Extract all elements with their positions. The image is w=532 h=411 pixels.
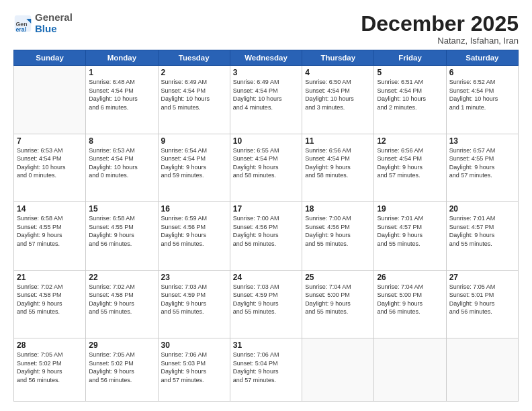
weekday-wednesday: Wednesday bbox=[230, 50, 302, 66]
day-info: Sunrise: 6:56 AM Sunset: 4:54 PM Dayligh… bbox=[305, 146, 371, 180]
day-number: 5 bbox=[377, 68, 443, 77]
day-cell: 2Sunrise: 6:49 AM Sunset: 4:54 PM Daylig… bbox=[158, 66, 230, 134]
day-number: 18 bbox=[305, 204, 371, 214]
day-info: Sunrise: 7:02 AM Sunset: 4:58 PM Dayligh… bbox=[89, 283, 154, 316]
day-info: Sunrise: 7:06 AM Sunset: 5:03 PM Dayligh… bbox=[161, 351, 227, 384]
day-number: 10 bbox=[233, 136, 299, 146]
day-number: 6 bbox=[449, 68, 515, 77]
day-cell: 23Sunrise: 7:03 AM Sunset: 4:59 PM Dayli… bbox=[158, 270, 230, 338]
weekday-header-row: SundayMondayTuesdayWednesdayThursdayFrid… bbox=[14, 50, 519, 66]
day-number: 20 bbox=[449, 204, 515, 214]
day-info: Sunrise: 6:50 AM Sunset: 4:54 PM Dayligh… bbox=[305, 78, 371, 111]
day-cell: 28Sunrise: 7:05 AM Sunset: 5:02 PM Dayli… bbox=[14, 338, 86, 402]
day-cell: 31Sunrise: 7:06 AM Sunset: 5:04 PM Dayli… bbox=[230, 338, 302, 402]
weekday-saturday: Saturday bbox=[446, 50, 518, 66]
day-number: 3 bbox=[233, 68, 299, 77]
week-row-3: 14Sunrise: 6:58 AM Sunset: 4:55 PM Dayli… bbox=[14, 202, 519, 270]
day-cell: 16Sunrise: 6:59 AM Sunset: 4:56 PM Dayli… bbox=[158, 202, 230, 270]
logo-general: General bbox=[35, 11, 73, 23]
day-cell: 10Sunrise: 6:55 AM Sunset: 4:54 PM Dayli… bbox=[230, 134, 302, 201]
day-cell: 1Sunrise: 6:48 AM Sunset: 4:54 PM Daylig… bbox=[86, 66, 158, 134]
week-row-2: 7Sunrise: 6:53 AM Sunset: 4:54 PM Daylig… bbox=[14, 134, 519, 201]
weekday-sunday: Sunday bbox=[14, 50, 86, 66]
day-info: Sunrise: 6:55 AM Sunset: 4:54 PM Dayligh… bbox=[233, 146, 299, 180]
day-info: Sunrise: 7:03 AM Sunset: 4:59 PM Dayligh… bbox=[233, 283, 299, 316]
logo: Gen eral General Blue bbox=[13, 12, 73, 34]
logo-blue: Blue bbox=[35, 23, 57, 34]
day-number: 31 bbox=[233, 340, 299, 350]
day-number: 14 bbox=[17, 204, 83, 214]
day-info: Sunrise: 6:58 AM Sunset: 4:55 PM Dayligh… bbox=[89, 214, 154, 248]
calendar-page: Gen eral General Blue December 2025 Nata… bbox=[0, 0, 532, 411]
day-info: Sunrise: 6:49 AM Sunset: 4:54 PM Dayligh… bbox=[161, 78, 227, 111]
day-info: Sunrise: 6:53 AM Sunset: 4:54 PM Dayligh… bbox=[89, 146, 154, 180]
day-cell: 24Sunrise: 7:03 AM Sunset: 4:59 PM Dayli… bbox=[230, 270, 302, 338]
day-info: Sunrise: 6:58 AM Sunset: 4:55 PM Dayligh… bbox=[17, 214, 83, 248]
day-info: Sunrise: 6:57 AM Sunset: 4:55 PM Dayligh… bbox=[449, 146, 515, 180]
day-info: Sunrise: 7:04 AM Sunset: 5:00 PM Dayligh… bbox=[305, 283, 371, 316]
day-number: 19 bbox=[377, 204, 443, 214]
day-info: Sunrise: 6:53 AM Sunset: 4:54 PM Dayligh… bbox=[17, 146, 83, 180]
day-number: 17 bbox=[233, 204, 299, 214]
day-info: Sunrise: 6:51 AM Sunset: 4:54 PM Dayligh… bbox=[377, 78, 443, 111]
day-cell: 4Sunrise: 6:50 AM Sunset: 4:54 PM Daylig… bbox=[302, 66, 374, 134]
day-info: Sunrise: 7:05 AM Sunset: 5:01 PM Dayligh… bbox=[449, 283, 515, 316]
calendar-table: SundayMondayTuesdayWednesdayThursdayFrid… bbox=[13, 50, 519, 402]
day-number: 8 bbox=[89, 136, 154, 146]
weekday-thursday: Thursday bbox=[302, 50, 374, 66]
day-number: 30 bbox=[161, 340, 227, 350]
day-cell: 25Sunrise: 7:04 AM Sunset: 5:00 PM Dayli… bbox=[302, 270, 374, 338]
logo-icon: Gen eral bbox=[13, 14, 32, 33]
day-info: Sunrise: 6:56 AM Sunset: 4:54 PM Dayligh… bbox=[377, 146, 443, 180]
day-number: 22 bbox=[89, 273, 154, 282]
day-number: 21 bbox=[17, 273, 83, 282]
day-info: Sunrise: 7:00 AM Sunset: 4:56 PM Dayligh… bbox=[305, 214, 371, 248]
day-cell: 12Sunrise: 6:56 AM Sunset: 4:54 PM Dayli… bbox=[374, 134, 446, 201]
day-info: Sunrise: 7:03 AM Sunset: 4:59 PM Dayligh… bbox=[161, 283, 227, 316]
day-info: Sunrise: 6:49 AM Sunset: 4:54 PM Dayligh… bbox=[233, 78, 299, 111]
header: Gen eral General Blue December 2025 Nata… bbox=[13, 12, 519, 46]
location-subtitle: Natanz, Isfahan, Iran bbox=[361, 36, 519, 46]
day-cell bbox=[374, 338, 446, 402]
weekday-friday: Friday bbox=[374, 50, 446, 66]
day-number: 25 bbox=[305, 273, 371, 282]
day-cell: 29Sunrise: 7:05 AM Sunset: 5:02 PM Dayli… bbox=[86, 338, 158, 402]
weekday-monday: Monday bbox=[86, 50, 158, 66]
day-cell: 11Sunrise: 6:56 AM Sunset: 4:54 PM Dayli… bbox=[302, 134, 374, 201]
day-info: Sunrise: 7:04 AM Sunset: 5:00 PM Dayligh… bbox=[377, 283, 443, 316]
day-cell: 27Sunrise: 7:05 AM Sunset: 5:01 PM Dayli… bbox=[446, 270, 518, 338]
day-cell: 8Sunrise: 6:53 AM Sunset: 4:54 PM Daylig… bbox=[86, 134, 158, 201]
day-cell: 14Sunrise: 6:58 AM Sunset: 4:55 PM Dayli… bbox=[14, 202, 86, 270]
day-cell: 22Sunrise: 7:02 AM Sunset: 4:58 PM Dayli… bbox=[86, 270, 158, 338]
day-cell bbox=[302, 338, 374, 402]
day-info: Sunrise: 6:52 AM Sunset: 4:54 PM Dayligh… bbox=[449, 78, 515, 111]
day-cell: 26Sunrise: 7:04 AM Sunset: 5:00 PM Dayli… bbox=[374, 270, 446, 338]
day-number: 27 bbox=[449, 273, 515, 282]
title-block: December 2025 Natanz, Isfahan, Iran bbox=[361, 12, 519, 46]
day-cell: 30Sunrise: 7:06 AM Sunset: 5:03 PM Dayli… bbox=[158, 338, 230, 402]
day-cell: 5Sunrise: 6:51 AM Sunset: 4:54 PM Daylig… bbox=[374, 66, 446, 134]
day-cell bbox=[446, 338, 518, 402]
day-cell: 3Sunrise: 6:49 AM Sunset: 4:54 PM Daylig… bbox=[230, 66, 302, 134]
day-cell: 20Sunrise: 7:01 AM Sunset: 4:57 PM Dayli… bbox=[446, 202, 518, 270]
day-info: Sunrise: 7:02 AM Sunset: 4:58 PM Dayligh… bbox=[17, 283, 83, 316]
day-info: Sunrise: 7:00 AM Sunset: 4:56 PM Dayligh… bbox=[233, 214, 299, 248]
day-number: 23 bbox=[161, 273, 227, 282]
day-number: 11 bbox=[305, 136, 371, 146]
day-cell: 7Sunrise: 6:53 AM Sunset: 4:54 PM Daylig… bbox=[14, 134, 86, 201]
day-number: 15 bbox=[89, 204, 154, 214]
week-row-5: 28Sunrise: 7:05 AM Sunset: 5:02 PM Dayli… bbox=[14, 338, 519, 402]
day-number: 12 bbox=[377, 136, 443, 146]
day-number: 29 bbox=[89, 340, 154, 350]
day-info: Sunrise: 6:54 AM Sunset: 4:54 PM Dayligh… bbox=[161, 146, 227, 180]
month-title: December 2025 bbox=[361, 12, 519, 36]
day-number: 13 bbox=[449, 136, 515, 146]
day-info: Sunrise: 7:06 AM Sunset: 5:04 PM Dayligh… bbox=[233, 351, 299, 384]
day-number: 24 bbox=[233, 273, 299, 282]
day-cell: 19Sunrise: 7:01 AM Sunset: 4:57 PM Dayli… bbox=[374, 202, 446, 270]
day-cell: 18Sunrise: 7:00 AM Sunset: 4:56 PM Dayli… bbox=[302, 202, 374, 270]
day-number: 28 bbox=[17, 340, 83, 350]
day-info: Sunrise: 7:01 AM Sunset: 4:57 PM Dayligh… bbox=[449, 214, 515, 248]
day-info: Sunrise: 7:05 AM Sunset: 5:02 PM Dayligh… bbox=[17, 351, 83, 384]
day-cell: 9Sunrise: 6:54 AM Sunset: 4:54 PM Daylig… bbox=[158, 134, 230, 201]
